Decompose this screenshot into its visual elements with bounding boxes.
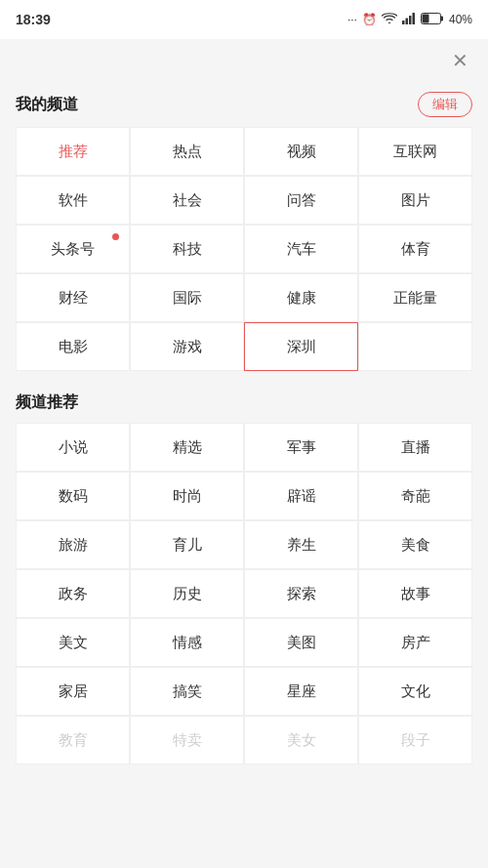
svg-rect-2 bbox=[409, 16, 412, 24]
recommend-channel-cell-25: 特卖 bbox=[130, 716, 244, 765]
my-channel-cell-15[interactable]: 正能量 bbox=[358, 273, 472, 322]
svg-rect-0 bbox=[402, 21, 405, 24]
recommend-channel-cell-20[interactable]: 家居 bbox=[16, 667, 130, 716]
recommend-channel-cell-19[interactable]: 房产 bbox=[358, 618, 472, 667]
wifi-icon bbox=[382, 13, 397, 27]
my-channel-cell-0[interactable]: 推荐 bbox=[16, 127, 130, 176]
my-channel-cell-12[interactable]: 财经 bbox=[16, 273, 130, 322]
recommend-channel-cell-1[interactable]: 精选 bbox=[130, 423, 244, 472]
recommend-channel-cell-21[interactable]: 搞笑 bbox=[130, 667, 244, 716]
my-channels-grid: 推荐热点视频互联网软件社会问答图片头条号科技汽车体育财经国际健康正能量电影游戏深… bbox=[16, 127, 472, 371]
my-channel-cell-7[interactable]: 图片 bbox=[358, 176, 472, 225]
my-channel-cell-9[interactable]: 科技 bbox=[130, 225, 244, 273]
recommend-channels-title: 频道推荐 bbox=[16, 393, 78, 413]
my-channel-cell-8[interactable]: 头条号 bbox=[16, 225, 130, 273]
my-channels-title: 我的频道 bbox=[16, 95, 78, 115]
my-channel-cell-2[interactable]: 视频 bbox=[244, 127, 358, 176]
svg-rect-1 bbox=[405, 18, 408, 24]
battery-percent: 40% bbox=[449, 13, 472, 26]
svg-rect-3 bbox=[412, 13, 415, 24]
recommend-channel-cell-13[interactable]: 历史 bbox=[130, 569, 244, 618]
my-channel-cell-17[interactable]: 游戏 bbox=[130, 322, 244, 371]
recommend-channel-cell-11[interactable]: 美食 bbox=[358, 520, 472, 569]
my-channel-cell-11[interactable]: 体育 bbox=[358, 225, 472, 273]
my-channel-cell-5[interactable]: 社会 bbox=[130, 176, 244, 225]
recommend-channel-cell-22[interactable]: 星座 bbox=[244, 667, 358, 716]
recommend-channel-cell-0[interactable]: 小说 bbox=[16, 423, 130, 472]
my-channel-cell-4[interactable]: 软件 bbox=[16, 176, 130, 225]
recommend-channel-cell-12[interactable]: 政务 bbox=[16, 569, 130, 618]
my-channel-cell-10[interactable]: 汽车 bbox=[244, 225, 358, 273]
my-channel-cell-19[interactable] bbox=[358, 322, 472, 371]
status-time: 18:39 bbox=[16, 12, 51, 27]
recommend-channel-cell-18[interactable]: 美图 bbox=[244, 618, 358, 667]
recommend-channel-cell-24: 教育 bbox=[16, 716, 130, 765]
dot-icon: ··· bbox=[347, 13, 357, 26]
close-button[interactable]: ✕ bbox=[452, 51, 468, 70]
svg-rect-5 bbox=[440, 16, 443, 21]
my-channel-cell-3[interactable]: 互联网 bbox=[358, 127, 472, 176]
alarm-icon: ⏰ bbox=[362, 13, 377, 26]
my-channel-cell-14[interactable]: 健康 bbox=[244, 273, 358, 322]
recommend-channel-cell-7[interactable]: 奇葩 bbox=[358, 472, 472, 520]
recommend-channel-cell-14[interactable]: 探索 bbox=[244, 569, 358, 618]
red-dot-icon bbox=[112, 233, 119, 240]
recommend-channel-cell-17[interactable]: 情感 bbox=[130, 618, 244, 667]
status-icons: ··· ⏰ 40% bbox=[347, 13, 472, 27]
my-channel-cell-13[interactable]: 国际 bbox=[130, 273, 244, 322]
my-channel-cell-18[interactable]: 深圳 bbox=[244, 322, 358, 371]
recommend-channel-cell-9[interactable]: 育儿 bbox=[130, 520, 244, 569]
my-channel-cell-1[interactable]: 热点 bbox=[130, 127, 244, 176]
my-channels-section: 我的频道 编辑 推荐热点视频互联网软件社会问答图片头条号科技汽车体育财经国际健康… bbox=[16, 82, 472, 371]
my-channel-cell-16[interactable]: 电影 bbox=[16, 322, 130, 371]
status-bar: 18:39 ··· ⏰ 40 bbox=[0, 0, 488, 39]
recommend-channels-grid: 小说精选军事直播数码时尚辟谣奇葩旅游育儿养生美食政务历史探索故事美文情感美图房产… bbox=[16, 423, 472, 765]
recommend-channel-cell-23[interactable]: 文化 bbox=[358, 667, 472, 716]
recommend-channel-cell-4[interactable]: 数码 bbox=[16, 472, 130, 520]
edit-button[interactable]: 编辑 bbox=[418, 92, 472, 117]
recommend-channels-section: 频道推荐 小说精选军事直播数码时尚辟谣奇葩旅游育儿养生美食政务历史探索故事美文情… bbox=[16, 383, 472, 765]
recommend-channel-cell-26: 美女 bbox=[244, 716, 358, 765]
my-channel-cell-6[interactable]: 问答 bbox=[244, 176, 358, 225]
recommend-channels-header: 频道推荐 bbox=[16, 383, 472, 423]
main-content: 我的频道 编辑 推荐热点视频互联网软件社会问答图片头条号科技汽车体育财经国际健康… bbox=[0, 82, 488, 765]
recommend-channel-cell-16[interactable]: 美文 bbox=[16, 618, 130, 667]
recommend-channel-cell-10[interactable]: 养生 bbox=[244, 520, 358, 569]
recommend-channel-cell-3[interactable]: 直播 bbox=[358, 423, 472, 472]
battery-icon bbox=[421, 13, 444, 27]
svg-rect-6 bbox=[422, 14, 428, 22]
recommend-channel-cell-6[interactable]: 辟谣 bbox=[244, 472, 358, 520]
my-channels-header: 我的频道 编辑 bbox=[16, 82, 472, 127]
recommend-channel-cell-5[interactable]: 时尚 bbox=[130, 472, 244, 520]
signal-icon bbox=[402, 13, 416, 27]
recommend-channel-cell-15[interactable]: 故事 bbox=[358, 569, 472, 618]
recommend-channel-cell-2[interactable]: 军事 bbox=[244, 423, 358, 472]
close-row: ✕ bbox=[0, 39, 488, 82]
recommend-channel-cell-8[interactable]: 旅游 bbox=[16, 520, 130, 569]
recommend-channel-cell-27: 段子 bbox=[358, 716, 472, 765]
